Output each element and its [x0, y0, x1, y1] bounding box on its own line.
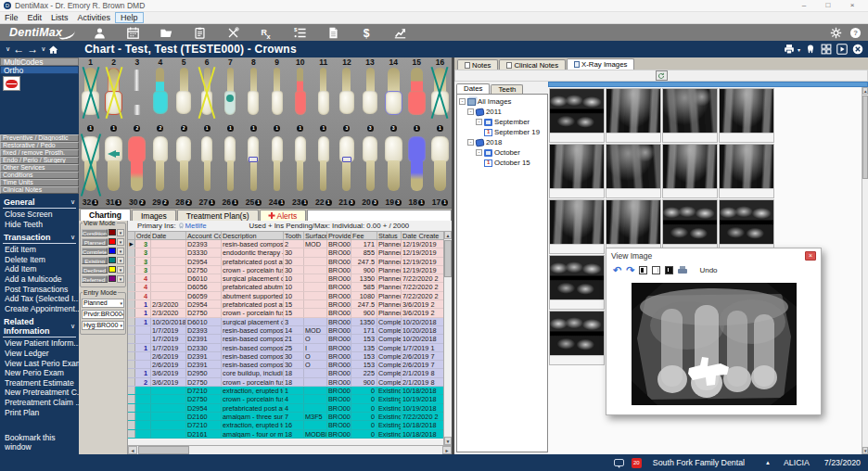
- tab-clinical-notes[interactable]: Clinical Notes: [499, 59, 566, 70]
- tooth-number-19[interactable]: 193: [382, 197, 405, 208]
- xray-thumbnail[interactable]: [549, 144, 605, 198]
- home-icon[interactable]: [48, 45, 58, 55]
- scroll-down-arrow[interactable]: ▼: [862, 447, 868, 454]
- tooth-21[interactable]: [335, 134, 358, 197]
- row-selector[interactable]: [128, 404, 135, 412]
- sidebar-item-view-last-perio-exam[interactable]: View Last Perio Exam: [0, 359, 79, 369]
- table-row[interactable]: D2954prefabricated post and4BRO000Existi…: [128, 404, 443, 413]
- sidebar-item-pretreatment-claim[interactable]: Pretreatment Claim ...: [0, 398, 79, 408]
- row-selector[interactable]: [128, 387, 135, 394]
- sidebar-item-add-a-multicode[interactable]: Add a Multicode: [0, 274, 79, 285]
- tooth-19[interactable]: [382, 134, 405, 197]
- tooth-15[interactable]: [405, 67, 428, 125]
- minimize-button[interactable]: –: [792, 0, 816, 11]
- tooth-number-13[interactable]: 13: [359, 57, 382, 67]
- row-selector[interactable]: [128, 430, 135, 438]
- table-row[interactable]: 12/3/2020D2954prefabricated post and15BR…: [128, 300, 443, 309]
- sidebar-multicodes-header[interactable]: MultiCodes: [0, 57, 79, 66]
- brightness-icon[interactable]: [652, 266, 660, 274]
- tree-node-september-19[interactable]: September 19: [457, 127, 547, 137]
- undo-icon[interactable]: ↶: [613, 265, 621, 275]
- tooth-number-26[interactable]: 261: [219, 197, 242, 208]
- category-endo-perio-surgery[interactable]: Endo / Perio / Surgery: [0, 157, 79, 164]
- tooth-32[interactable]: [79, 134, 102, 197]
- tab-teeth[interactable]: Teeth: [491, 84, 523, 94]
- xray-thumbnail[interactable]: [719, 144, 774, 198]
- category-fixed-remove-prosth[interactable]: fixed / remove Prosth.: [0, 149, 79, 157]
- sidebar-item-edit-item[interactable]: Edit Item: [0, 245, 79, 255]
- row-selector[interactable]: [128, 326, 135, 334]
- tooth-number-21[interactable]: 213: [335, 197, 358, 208]
- category-restorative-pedo[interactable]: Restorative / Pedo: [0, 142, 79, 149]
- scroll-left-arrow[interactable]: ◄: [128, 446, 137, 454]
- viewmode-declined[interactable]: Declined: [82, 266, 108, 274]
- sidebar-item-view-patient-inform[interactable]: View Patient Inform...: [0, 338, 79, 349]
- clipboard-icon[interactable]: [194, 27, 206, 39]
- open-folder-icon[interactable]: [160, 27, 172, 39]
- tooth-number-12[interactable]: 12: [335, 57, 358, 67]
- tooth-number-7[interactable]: 7: [219, 57, 242, 67]
- row-selector[interactable]: [128, 361, 135, 368]
- view-image-close-button[interactable]: ×: [805, 251, 816, 261]
- tooth-1[interactable]: [79, 67, 102, 125]
- tooth-number-4[interactable]: 4: [148, 57, 172, 67]
- row-selector[interactable]: [128, 292, 135, 299]
- messages-icon[interactable]: [614, 459, 624, 466]
- table-row[interactable]: 4D6010surgical placement of in10BRO00135…: [128, 274, 443, 283]
- row-selector[interactable]: [128, 318, 135, 325]
- tab-charting[interactable]: Charting: [80, 209, 131, 221]
- tooth-number-18[interactable]: 181: [405, 197, 428, 208]
- tooth-4[interactable]: [148, 67, 172, 125]
- tooth-6[interactable]: [196, 67, 219, 125]
- tooth-number-10[interactable]: 10: [288, 57, 312, 67]
- tooth-5[interactable]: [172, 67, 196, 125]
- tree-expander-icon[interactable]: -: [459, 98, 466, 105]
- table-row[interactable]: 3D3330endodontic therapy - m30BRO00855Pl…: [128, 248, 443, 257]
- row-selector[interactable]: [128, 258, 135, 265]
- category-conditions[interactable]: Conditions: [0, 172, 79, 179]
- print-icon[interactable]: [678, 266, 687, 274]
- tree-node-all-images[interactable]: -All Images: [457, 96, 547, 107]
- row-selector[interactable]: [128, 309, 135, 316]
- viewmode-completed[interactable]: Completed: [82, 248, 108, 256]
- column-header-date[interactable]: Date: [151, 232, 186, 239]
- xray-thumbnail[interactable]: [662, 88, 718, 143]
- category-preventive-diagnostic[interactable]: Preventive / Diagnostic: [0, 134, 79, 142]
- tooth-17[interactable]: [428, 134, 452, 197]
- tooth-chart-icon[interactable]: [805, 44, 816, 55]
- tooth-number-29[interactable]: 292: [148, 197, 172, 208]
- sidebar-item-ortho[interactable]: Ortho: [0, 66, 79, 74]
- grid-horizontal-scrollbar[interactable]: ◄ ►: [128, 445, 452, 454]
- collapse-chevron-icon[interactable]: ∨: [6, 45, 10, 54]
- xray-thumbnail[interactable]: [549, 88, 605, 143]
- tree-expander-icon[interactable]: -: [476, 149, 482, 156]
- xray-thumbnail[interactable]: [606, 144, 661, 198]
- invert-left-icon[interactable]: [639, 266, 647, 274]
- column-header-order[interactable]: Order: [135, 232, 151, 239]
- tooth-2[interactable]: [102, 67, 125, 125]
- tree-expander-icon[interactable]: -: [467, 139, 474, 146]
- tooth-number-27[interactable]: 271: [196, 197, 219, 208]
- sidebar-item-print-plan[interactable]: Print Plan: [0, 408, 79, 418]
- tab-images[interactable]: Images: [132, 210, 176, 221]
- table-row[interactable]: 2/6/2019D2391resin-based composite -30OB…: [128, 361, 443, 369]
- tooth-number-24[interactable]: 241: [265, 197, 288, 208]
- sidebar-item-close-screen[interactable]: Close Screen: [0, 210, 79, 220]
- expand-chevron-icon[interactable]: ∨: [41, 45, 45, 54]
- xray-thumbnail[interactable]: [662, 144, 718, 198]
- tooth-number-9[interactable]: 9: [265, 57, 288, 67]
- row-selector[interactable]: [128, 274, 135, 282]
- xray-thumbnail[interactable]: [549, 255, 605, 310]
- column-header-fee[interactable]: Fee: [351, 232, 377, 239]
- scrollbar-thumb[interactable]: [862, 95, 868, 179]
- tooth-11[interactable]: [312, 67, 335, 125]
- row-selector[interactable]: [128, 369, 135, 376]
- viewmode-referred-out[interactable]: Referred Out: [82, 275, 108, 284]
- table-row[interactable]: 23/6/2019D2750crown - porcelain fused18B…: [128, 378, 443, 387]
- scroll-up-arrow[interactable]: ▲: [444, 231, 452, 239]
- scroll-down-arrow[interactable]: ▼: [444, 437, 452, 445]
- xray-thumbnail[interactable]: [606, 199, 661, 254]
- sidebar-item-add-item[interactable]: Add Item: [0, 264, 79, 274]
- maximize-button[interactable]: □: [816, 0, 840, 11]
- row-selector[interactable]: [128, 395, 135, 402]
